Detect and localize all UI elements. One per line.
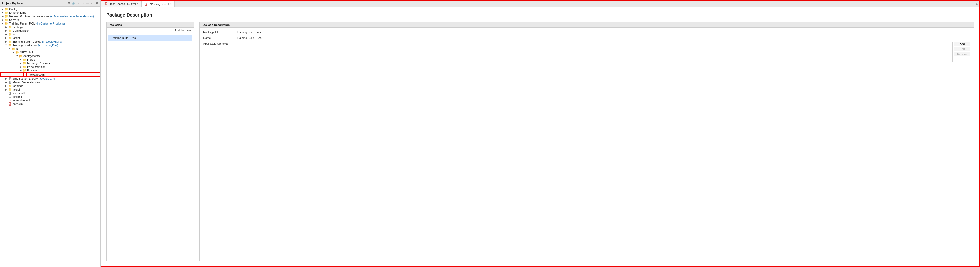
tree-item-deployments[interactable]: ▼ 📂 deployments xyxy=(0,54,100,58)
tree-item-trainingparent[interactable]: ▼ 📂 Training Parent POM (in CustomerProd… xyxy=(0,22,100,25)
label-image: Image xyxy=(27,58,35,61)
label-settings2: .settings xyxy=(13,84,23,87)
tab-testprocess-close[interactable]: ✕ xyxy=(137,2,139,5)
arrow-target1: ▶ xyxy=(5,36,8,39)
label-assemblexml: assemble.xml xyxy=(13,99,30,102)
tree-item-metainf[interactable]: ▼ 📂 META-INF xyxy=(0,51,100,54)
tree-item-trainingpos[interactable]: ▼ 📂 Training Build - Pos (in TrainingPos… xyxy=(0,43,100,47)
arrow-trainingpos: ▼ xyxy=(5,44,8,47)
folder-icon-pagedefinition: 📁 xyxy=(22,65,27,68)
contexts-add-button[interactable]: Add xyxy=(954,41,970,46)
tree-item-config[interactable]: ▶ 📁 Config xyxy=(0,7,100,11)
label-process: Process xyxy=(27,69,37,72)
name-value: Training Build - Pos xyxy=(237,36,970,39)
label-enactorhome: EnactorHome xyxy=(9,11,26,14)
jar-icon-jrelib: 🗄 xyxy=(8,77,12,80)
tree-item-generalruntime[interactable]: ▶ 📁 General Runtime Dependencies (in Gen… xyxy=(0,14,100,18)
package-item-0[interactable]: Training Build - Pos xyxy=(108,35,192,41)
tree-item-src1[interactable]: ▶ 📁 src xyxy=(0,33,100,36)
contexts-edit-button[interactable]: Edit xyxy=(954,47,970,51)
contexts-remove-button[interactable]: Remove xyxy=(954,52,970,57)
tree-item-mavendeps[interactable]: ▶ 🗄 Maven Dependencies xyxy=(0,81,100,84)
arrow-pomxml xyxy=(5,103,8,106)
tree-item-settings1[interactable]: ▶ 📁 .settings xyxy=(0,25,100,29)
arrow-settings1: ▶ xyxy=(5,25,8,28)
arrow-messageresource: ▶ xyxy=(19,62,22,65)
tree-item-jrelib[interactable]: ▶ 🗄 JRE System Library [JavaSE-1.7] xyxy=(0,77,100,81)
tree-item-assemblexml[interactable]: X assemble.xml xyxy=(0,98,100,102)
tree-item-project[interactable]: X .project xyxy=(0,95,100,98)
label-jrelib: JRE System Library [JavaSE-1.7] xyxy=(13,77,55,80)
tree-item-packagesxml[interactable]: X Packages.xml xyxy=(0,72,100,77)
editor-area: X TestProcess_1.0.xml ✕ X *Packages.xml … xyxy=(101,0,980,267)
tree-item-settings2[interactable]: ▶ 📁 .settings xyxy=(0,84,100,88)
tab-packagesxml[interactable]: X *Packages.xml ✕ xyxy=(142,0,175,7)
label-trainingdeploy: Training Build - Deploy (in DeployBuild) xyxy=(13,40,62,43)
arrow-assemblexml xyxy=(5,99,8,102)
arrow-image: ▶ xyxy=(19,58,22,61)
maximize-editor-icon[interactable]: □ xyxy=(976,2,978,5)
arrow-packagesxml xyxy=(20,73,23,76)
tree-item-src2[interactable]: ▼ 📂 src xyxy=(0,47,100,51)
package-id-row: Package ID Training Build - Pos xyxy=(203,30,970,34)
tree-item-target2[interactable]: ▶ 📁 target xyxy=(0,88,100,91)
classpath-file-icon: X xyxy=(8,92,12,95)
packages-add-button[interactable]: Add xyxy=(175,28,180,32)
maximize-icon[interactable]: □ xyxy=(90,1,94,5)
packages-list: Training Build - Pos xyxy=(107,33,194,261)
tree-item-messageresource[interactable]: ▶ 📁 MessageResource xyxy=(0,62,100,65)
folder-icon-process: 📁 xyxy=(22,69,27,72)
close-explorer-icon[interactable]: ✕ xyxy=(95,1,99,5)
folder-icon-settings2: 📁 xyxy=(8,84,12,87)
label-project: .project xyxy=(13,95,22,98)
tree-item-classpath[interactable]: X .classpath xyxy=(0,91,100,95)
tree-item-process[interactable]: ▶ 📁 Process xyxy=(0,69,100,72)
minimize-editor-icon[interactable]: — xyxy=(972,2,976,5)
arrow-metainf: ▼ xyxy=(12,51,15,54)
applicable-contexts-label: Applicable Contexts xyxy=(203,41,237,45)
arrow-enactorhome: ▶ xyxy=(1,11,4,14)
folder-icon-generalruntime: 📁 xyxy=(5,15,8,18)
folder-icon-configuration: 📁 xyxy=(8,29,12,32)
folder-icon-enactorhome: 📁 xyxy=(5,11,8,14)
label-target2: target xyxy=(13,88,20,91)
tree-item-configuration[interactable]: ▶ 📁 Configuration xyxy=(0,29,100,33)
desc-content: Package ID Training Build - Pos Name Tra… xyxy=(200,28,974,65)
applicable-contexts-row: Applicable Contexts Add Edit Remove xyxy=(203,41,970,62)
label-pagedefinition: PageDefinition xyxy=(27,65,46,68)
folder-icon-src2: 📂 xyxy=(12,47,16,50)
view-menu-icon[interactable]: ▾ xyxy=(81,1,85,5)
tree-item-enactorhome[interactable]: ▶ 📁 EnactorHome xyxy=(0,11,100,14)
arrow-deployments: ▼ xyxy=(16,54,19,57)
two-panel: Packages Add Remove Training Build - Pos xyxy=(107,22,974,261)
collapse-all-icon[interactable]: ⊟ xyxy=(67,1,71,5)
label-pomxml: pom.xml xyxy=(13,103,24,106)
tree-item-pagedefinition[interactable]: ▶ 📁 PageDefinition xyxy=(0,65,100,69)
folder-icon-trainingparent: 📂 xyxy=(5,22,8,25)
label-src2: src xyxy=(16,47,20,50)
folder-icon-target2: 📁 xyxy=(8,88,12,91)
arrow-generalruntime: ▶ xyxy=(1,15,4,18)
tree-item-image[interactable]: ▶ 📁 Image xyxy=(0,58,100,62)
tab-testprocess[interactable]: X TestProcess_1.0.xml ✕ xyxy=(101,0,142,7)
arrow-mavendeps: ▶ xyxy=(5,81,8,84)
label-generalruntime: General Runtime Dependencies (in General… xyxy=(9,15,94,18)
arrow-jrelib: ▶ xyxy=(5,77,8,80)
arrow-target2: ▶ xyxy=(5,88,8,91)
editor-content: Package Description Packages Add Remove … xyxy=(101,7,980,267)
filter-icon[interactable]: ⊿ xyxy=(76,1,80,5)
tree-item-target1[interactable]: ▶ 📁 target xyxy=(0,36,100,40)
tab-bar: X TestProcess_1.0.xml ✕ X *Packages.xml … xyxy=(101,0,980,7)
package-id-label: Package ID xyxy=(203,30,237,34)
minimize-icon[interactable]: — xyxy=(86,1,90,5)
tree-item-servers[interactable]: ▶ 📁 Servers xyxy=(0,18,100,22)
packages-remove-button[interactable]: Remove xyxy=(181,28,192,32)
tree-item-pomxml[interactable]: X pom.xml xyxy=(0,102,100,106)
link-with-editor-icon[interactable]: 🔗 xyxy=(72,1,76,5)
label-metainf: META-INF xyxy=(20,51,33,54)
tab-packagesxml-close[interactable]: ✕ xyxy=(170,3,172,5)
tree-item-trainingdeploy[interactable]: ▶ 📁 Training Build - Deploy (in DeployBu… xyxy=(0,40,100,43)
contexts-area xyxy=(237,41,953,62)
package-item-label-0: Training Build - Pos xyxy=(111,36,136,39)
label-deployments: deployments xyxy=(24,54,40,57)
